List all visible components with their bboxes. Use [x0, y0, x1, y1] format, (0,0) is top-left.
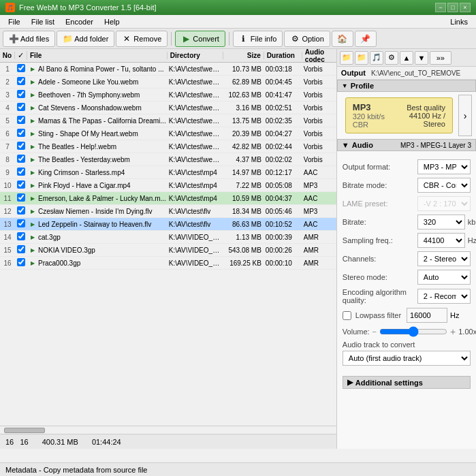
table-row[interactable]: 11 ▶ Emerson, Lake & Palmer - Lucky Man.… [0, 192, 336, 205]
volume-slider[interactable] [379, 326, 447, 337]
option-button[interactable]: ⚙ Option [284, 31, 330, 47]
row-checkbox[interactable] [17, 245, 25, 253]
status-bar: Metadata - Copy metadata from source fil… [0, 462, 476, 476]
stereo-mode-select[interactable]: Auto [417, 270, 471, 285]
table-row[interactable]: 16 ▶ Praca000.3gp K:\AV\VIDEO_SA... 169.… [0, 257, 336, 270]
table-row[interactable]: 7 ▶ The Beatles - Help!.webm K:\AV\ctest… [0, 140, 336, 153]
toolbar-separator2 [229, 32, 229, 46]
row-checkbox-cell[interactable] [15, 142, 27, 151]
row-checkbox-cell[interactable] [15, 168, 27, 177]
table-row[interactable]: 10 ▶ Pink Floyd - Have a Cigar.mp4 K:\AV… [0, 179, 336, 192]
pin-button[interactable]: 📌 [355, 31, 377, 47]
add-folder-button[interactable]: 📁 Add folder [57, 31, 114, 47]
table-row[interactable]: 3 ▶ Beethoven - 7th Symphony.webm K:\AV\… [0, 89, 336, 101]
rp-folder-btn[interactable]: 📁 [340, 51, 353, 65]
horizontal-scrollbar[interactable] [0, 426, 336, 434]
table-row[interactable]: 8 ▶ The Beatles - Yesterday.webm K:\AV\c… [0, 153, 336, 166]
row-checkbox[interactable] [17, 64, 25, 72]
row-checkbox[interactable] [17, 142, 25, 150]
table-row[interactable]: 9 ▶ King Crimson - Starless.mp4 K:\AV\ct… [0, 166, 336, 179]
rp-up-btn[interactable]: ▲ [400, 51, 413, 65]
table-row[interactable]: 2 ▶ Adele - Someone Like You.webm K:\AV\… [0, 76, 336, 89]
row-play-icon: ▶ [27, 260, 38, 266]
maximize-button[interactable]: □ [447, 3, 458, 12]
row-checkbox-cell[interactable] [15, 155, 27, 164]
row-checkbox-cell[interactable] [15, 116, 27, 125]
row-checkbox-cell[interactable] [15, 193, 27, 203]
profile-section-header[interactable]: ▼ Profile [337, 80, 476, 92]
row-checkbox[interactable] [17, 219, 25, 227]
table-row[interactable]: 5 ▶ Mamas & The Papas - California Dream… [0, 114, 336, 127]
table-row[interactable]: 1 ▶ Al Bano & Romina Power - Tu, soltant… [0, 63, 336, 76]
table-row[interactable]: 4 ▶ Cat Stevens - Moonshadow.webm K:\AV\… [0, 101, 336, 114]
row-checkbox[interactable] [17, 155, 25, 163]
lowpass-input[interactable] [407, 308, 447, 323]
table-row[interactable]: 13 ▶ Led Zeppelin - Stairway to Heaven.f… [0, 218, 336, 231]
links-button[interactable]: Links [445, 16, 473, 27]
row-checkbox-cell[interactable] [15, 77, 27, 86]
output-format-select[interactable]: MP3 - MPEG-1 Layer 3 [417, 159, 471, 174]
row-checkbox[interactable] [17, 232, 25, 240]
lame-preset-select[interactable]: -V 2 : 170-210 kbit/s - Standard [417, 196, 471, 211]
file-info-button[interactable]: ℹ File info [233, 31, 283, 47]
convert-button[interactable]: ▶ Convert [175, 31, 225, 47]
audio-track-row: Audio track to convert Auto (first audio… [343, 340, 471, 366]
row-checkbox[interactable] [17, 103, 25, 111]
additional-settings-header[interactable]: ▶ Additional settings [343, 376, 471, 389]
row-checkbox[interactable] [17, 90, 25, 98]
row-checkbox-cell[interactable] [15, 64, 27, 74]
row-checkbox-cell[interactable] [15, 129, 27, 138]
row-checkbox[interactable] [17, 193, 25, 202]
close-button[interactable]: × [460, 3, 471, 12]
bitrate-select[interactable]: 320 [417, 215, 465, 229]
row-checkbox[interactable] [17, 206, 25, 215]
row-codec: Vorbis [302, 104, 336, 112]
add-files-button[interactable]: ➕ Add files [3, 31, 55, 47]
channels-label: Channels: [343, 255, 417, 263]
profile-expand-button[interactable]: › [458, 95, 472, 136]
lowpass-checkbox[interactable] [343, 311, 351, 320]
menu-file-list[interactable]: File list [26, 15, 60, 28]
row-checkbox-cell[interactable] [15, 258, 27, 268]
row-codec: MP3 [302, 208, 336, 215]
rp-down-btn[interactable]: ▼ [415, 51, 428, 65]
row-checkbox-cell[interactable] [15, 245, 27, 255]
minimize-button[interactable]: − [435, 3, 446, 12]
rp-audio-btn[interactable]: 🎵 [370, 51, 383, 65]
row-checkbox[interactable] [17, 129, 25, 137]
row-checkbox[interactable] [17, 77, 25, 85]
stereo-mode-label: Stereo mode: [343, 273, 417, 281]
row-size: 18.34 MB [223, 208, 264, 215]
menu-encoder[interactable]: Encoder [60, 15, 99, 28]
remove-button[interactable]: ✕ Remove [116, 31, 168, 47]
menu-help[interactable]: Help [99, 15, 125, 28]
row-checkbox-cell[interactable] [15, 206, 27, 216]
table-row[interactable]: 6 ▶ Sting - Shape Of My Heart.webm K:\AV… [0, 127, 336, 140]
rp-folder2-btn[interactable]: 📁 [355, 51, 368, 65]
row-checkbox-cell[interactable] [15, 232, 27, 242]
audio-section-header[interactable]: ▼ Audio MP3 - MPEG-1 Layer 3 [337, 139, 476, 151]
row-checkbox[interactable] [17, 180, 25, 189]
channels-select[interactable]: 2 - Stereo [417, 251, 471, 266]
row-checkbox[interactable] [17, 258, 25, 266]
rp-settings-btn[interactable]: ⚙ [385, 51, 398, 65]
row-filename: Mamas & The Papas - California Dreami... [38, 117, 168, 125]
bitrate-mode-select[interactable]: CBR - Constant bitrate [417, 178, 471, 193]
table-row[interactable]: 12 ▶ Czesław Niemen - Inside I'm Dying.f… [0, 205, 336, 218]
rp-more-btn[interactable]: »» [430, 51, 451, 65]
row-checkbox-cell[interactable] [15, 180, 27, 190]
right-panel: 📁 📁 🎵 ⚙ ▲ ▼ »» Output K:\AV\enc_out_TO_R… [337, 49, 476, 449]
row-checkbox-cell[interactable] [15, 219, 27, 229]
table-row[interactable]: 15 ▶ NOKIA VIDEO.3gp K:\AV\VIDEO_SA... 5… [0, 244, 336, 257]
table-row[interactable]: 14 ▶ cat.3gp K:\AV\VIDEO_SA... 1.13 MB 0… [0, 231, 336, 244]
row-duration: 00:00:26 [264, 247, 302, 254]
row-checkbox-cell[interactable] [15, 90, 27, 99]
row-checkbox-cell[interactable] [15, 103, 27, 112]
sampling-select[interactable]: 44100 [417, 233, 465, 248]
row-checkbox[interactable] [17, 116, 25, 124]
home-button[interactable]: 🏠 [332, 31, 353, 47]
row-checkbox[interactable] [17, 168, 25, 176]
encoding-quality-select[interactable]: 2 - Recommended [417, 289, 471, 304]
menu-file[interactable]: File [3, 15, 26, 28]
audio-track-select[interactable]: Auto (first audio track) [343, 351, 471, 366]
